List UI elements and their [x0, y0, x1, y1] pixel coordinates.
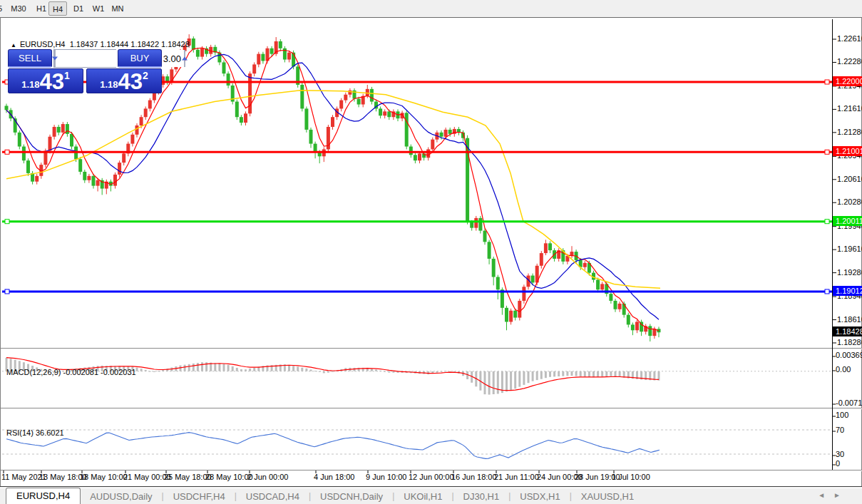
collapse-triangle-icon[interactable]: ▲ — [11, 42, 16, 48]
tab-usdcnh-daily[interactable]: USDCNH,Daily — [311, 490, 392, 503]
rsi-scale-label: 0 — [836, 459, 840, 468]
price-tick-label: 1.18280 — [837, 338, 862, 347]
sell-price-pips: 43 — [40, 71, 64, 93]
tab-audusd-daily[interactable]: AUDUSD,Daily — [81, 490, 161, 503]
buy-price-pips: 43 — [118, 71, 143, 93]
sell-price-point: 1 — [64, 70, 70, 81]
timeframe-button-h1[interactable]: H1 — [33, 1, 50, 16]
time-tick-label: 2 Jun 00:00 — [247, 473, 289, 481]
rsi-caption: RSI(14) 36.6021 — [6, 428, 64, 437]
mt4-terminal: { "toolbar": { "items": [ {"label":"5","… — [0, 0, 862, 504]
price-tick-label: 1.21280 — [837, 128, 862, 137]
tab-scroll-arrows[interactable]: ◄► — [818, 491, 849, 499]
tab-usdx-h1[interactable]: USDX,H1 — [510, 490, 569, 503]
time-tick-label: 18 May 10:00 — [80, 473, 128, 481]
buy-price-point: 2 — [143, 70, 148, 81]
chevron-down-icon — [52, 57, 58, 61]
timeframe-toolbar: 5M30H1H4D1W1MN — [0, 0, 862, 17]
buy-price-prefix: 1.18 — [100, 79, 118, 93]
volume-stepper — [53, 49, 116, 68]
timeframe-button-d1[interactable]: D1 — [70, 1, 87, 16]
sell-button[interactable]: SELL — [8, 49, 52, 68]
time-tick-label: 12 Jun 00:00 — [409, 473, 454, 481]
volume-increase-button[interactable] — [184, 50, 185, 67]
price-tick-label: 1.19610 — [837, 245, 862, 254]
macd-scale-label: -0.007187 — [836, 398, 862, 408]
time-tick-label: 28 May 10:00 — [205, 473, 253, 481]
volume-decrease-button[interactable] — [54, 50, 56, 67]
chart-title: ▲EURUSD,H4 1.18437 1.18444 1.18422 1.184… — [11, 40, 190, 48]
time-tick-label: 4 Jun 18:00 — [314, 473, 355, 481]
chart-window: ▲EURUSD,H4 1.18437 1.18444 1.18422 1.184… — [0, 17, 862, 504]
price-line-label: 1.18428 — [833, 326, 862, 336]
tab-eurusd-h4[interactable]: EURUSD,H4 — [6, 488, 81, 504]
chart-symbol-period: EURUSD,H4 — [20, 40, 66, 48]
price-tick-label: 1.20610 — [837, 175, 862, 184]
timeframe-button-mn[interactable]: MN — [108, 1, 127, 16]
price-line-label: 1.21001 — [833, 146, 862, 156]
time-tick-label: 21 Jun 11:00 — [494, 473, 539, 481]
price-line-label: 1.22000 — [833, 76, 862, 86]
macd-scale-label: 0.003697 — [836, 351, 862, 360]
rsi-scale-label: 70 — [836, 426, 844, 435]
time-tick-label: 9 Jun 10:00 — [366, 473, 407, 481]
timeframe-button-5[interactable]: 5 — [0, 1, 6, 16]
time-tick-label: 16 Jun 18:00 — [451, 473, 497, 481]
tab-ukoil-h1[interactable]: UKOil,H1 — [394, 490, 451, 503]
time-tick-label: 25 May 18:00 — [164, 473, 212, 481]
time-tick-label: 1 Jul 10:00 — [612, 473, 650, 481]
chart-tab-bar: EURUSD,H4AUDUSD,Daily|USDCHF,H4|USDCAD,H… — [0, 486, 862, 504]
macd-scale-label: 0.00 — [836, 365, 851, 374]
sell-price-display[interactable]: 1.18431 — [8, 68, 83, 93]
chevron-up-icon — [182, 57, 188, 61]
tab-scroll-right-icon: ► — [833, 491, 849, 499]
timeframe-button-w1[interactable]: W1 — [90, 1, 107, 16]
tab-xauusd-h1[interactable]: XAUUSD,H1 — [572, 490, 643, 503]
buy-price-display[interactable]: 1.18432 — [86, 68, 162, 93]
tab-dj30-h1[interactable]: DJ30,H1 — [454, 490, 509, 503]
macd-caption: MACD(12,26,9) -0.002081 -0.002031 — [6, 368, 136, 376]
price-tick-label: 1.19280 — [837, 268, 862, 277]
price-tick-label: 1.22280 — [837, 57, 862, 66]
price-tick-label: 1.22610 — [837, 34, 862, 43]
price-line-label: 1.19012 — [833, 286, 862, 296]
tab-usdcad-h4[interactable]: USDCAD,H4 — [237, 490, 309, 503]
buy-button[interactable]: BUY — [118, 49, 162, 68]
sell-price-prefix: 1.18 — [21, 79, 39, 93]
tab-usdchf-h4[interactable]: USDCHF,H4 — [164, 490, 235, 503]
timeframe-button-h4[interactable]: H4 — [48, 1, 67, 16]
rsi-scale-label: 30 — [836, 450, 844, 459]
price-tick-label: 1.18610 — [837, 315, 862, 324]
tab-scroll-left-icon: ◄ — [818, 491, 833, 499]
price-tick-label: 1.20280 — [837, 197, 862, 207]
chart-ohlc-values: 1.18437 1.18444 1.18422 1.18428 — [70, 40, 190, 48]
price-tick-label: 1.21610 — [837, 104, 862, 113]
rsi-scale-label: 100 — [836, 411, 848, 420]
price-line-label: 1.20011 — [833, 216, 862, 226]
timeframe-button-m30[interactable]: M30 — [9, 1, 29, 16]
one-click-trading-panel: SELL BUY 1.18431 1.18432 — [8, 49, 162, 93]
